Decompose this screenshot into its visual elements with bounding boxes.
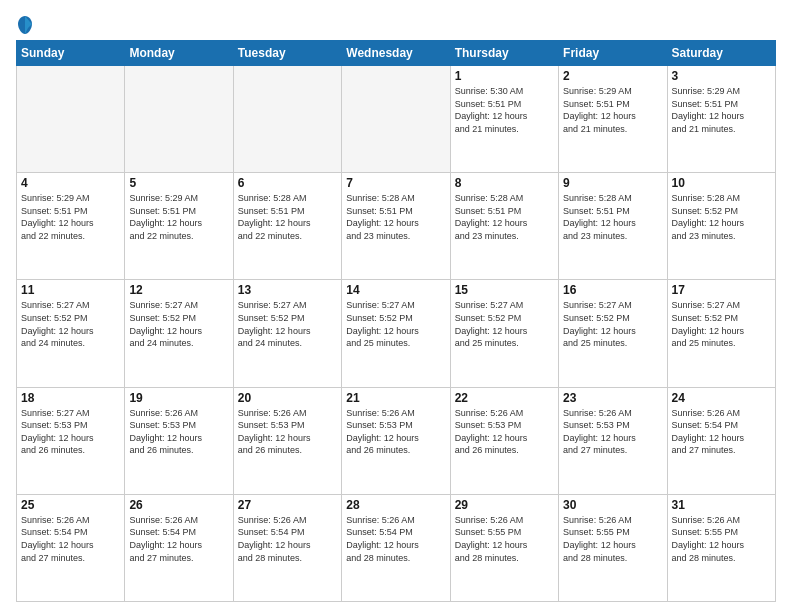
day-info: Sunrise: 5:26 AM Sunset: 5:54 PM Dayligh… [238, 514, 337, 564]
day-info: Sunrise: 5:29 AM Sunset: 5:51 PM Dayligh… [672, 85, 771, 135]
calendar-cell: 26Sunrise: 5:26 AM Sunset: 5:54 PM Dayli… [125, 494, 233, 601]
day-info: Sunrise: 5:28 AM Sunset: 5:52 PM Dayligh… [672, 192, 771, 242]
calendar-cell: 3Sunrise: 5:29 AM Sunset: 5:51 PM Daylig… [667, 66, 775, 173]
day-info: Sunrise: 5:26 AM Sunset: 5:53 PM Dayligh… [455, 407, 554, 457]
day-number: 12 [129, 283, 228, 297]
day-info: Sunrise: 5:26 AM Sunset: 5:53 PM Dayligh… [129, 407, 228, 457]
day-number: 23 [563, 391, 662, 405]
day-number: 29 [455, 498, 554, 512]
weekday-header: Sunday [17, 41, 125, 66]
day-info: Sunrise: 5:26 AM Sunset: 5:54 PM Dayligh… [21, 514, 120, 564]
calendar-cell: 15Sunrise: 5:27 AM Sunset: 5:52 PM Dayli… [450, 280, 558, 387]
day-info: Sunrise: 5:27 AM Sunset: 5:52 PM Dayligh… [346, 299, 445, 349]
calendar-cell: 14Sunrise: 5:27 AM Sunset: 5:52 PM Dayli… [342, 280, 450, 387]
calendar-cell: 29Sunrise: 5:26 AM Sunset: 5:55 PM Dayli… [450, 494, 558, 601]
calendar-cell: 16Sunrise: 5:27 AM Sunset: 5:52 PM Dayli… [559, 280, 667, 387]
weekday-header: Wednesday [342, 41, 450, 66]
day-info: Sunrise: 5:26 AM Sunset: 5:54 PM Dayligh… [129, 514, 228, 564]
day-number: 13 [238, 283, 337, 297]
day-number: 9 [563, 176, 662, 190]
calendar-week-row: 25Sunrise: 5:26 AM Sunset: 5:54 PM Dayli… [17, 494, 776, 601]
day-number: 30 [563, 498, 662, 512]
day-number: 14 [346, 283, 445, 297]
day-info: Sunrise: 5:27 AM Sunset: 5:52 PM Dayligh… [238, 299, 337, 349]
day-number: 25 [21, 498, 120, 512]
weekday-header: Saturday [667, 41, 775, 66]
page: SundayMondayTuesdayWednesdayThursdayFrid… [0, 0, 792, 612]
day-number: 15 [455, 283, 554, 297]
calendar-cell: 17Sunrise: 5:27 AM Sunset: 5:52 PM Dayli… [667, 280, 775, 387]
calendar-cell: 21Sunrise: 5:26 AM Sunset: 5:53 PM Dayli… [342, 387, 450, 494]
header [16, 10, 776, 36]
day-number: 17 [672, 283, 771, 297]
day-info: Sunrise: 5:28 AM Sunset: 5:51 PM Dayligh… [455, 192, 554, 242]
day-info: Sunrise: 5:27 AM Sunset: 5:52 PM Dayligh… [672, 299, 771, 349]
calendar-week-row: 4Sunrise: 5:29 AM Sunset: 5:51 PM Daylig… [17, 173, 776, 280]
day-number: 5 [129, 176, 228, 190]
day-info: Sunrise: 5:28 AM Sunset: 5:51 PM Dayligh… [563, 192, 662, 242]
day-number: 1 [455, 69, 554, 83]
day-number: 24 [672, 391, 771, 405]
day-number: 3 [672, 69, 771, 83]
calendar-cell [125, 66, 233, 173]
calendar-header-row: SundayMondayTuesdayWednesdayThursdayFrid… [17, 41, 776, 66]
calendar-cell: 18Sunrise: 5:27 AM Sunset: 5:53 PM Dayli… [17, 387, 125, 494]
day-number: 8 [455, 176, 554, 190]
calendar-cell: 22Sunrise: 5:26 AM Sunset: 5:53 PM Dayli… [450, 387, 558, 494]
day-info: Sunrise: 5:28 AM Sunset: 5:51 PM Dayligh… [238, 192, 337, 242]
calendar-week-row: 11Sunrise: 5:27 AM Sunset: 5:52 PM Dayli… [17, 280, 776, 387]
day-number: 4 [21, 176, 120, 190]
day-info: Sunrise: 5:26 AM Sunset: 5:55 PM Dayligh… [672, 514, 771, 564]
day-number: 21 [346, 391, 445, 405]
weekday-header: Tuesday [233, 41, 341, 66]
day-number: 2 [563, 69, 662, 83]
calendar-cell: 1Sunrise: 5:30 AM Sunset: 5:51 PM Daylig… [450, 66, 558, 173]
day-number: 31 [672, 498, 771, 512]
calendar-cell: 19Sunrise: 5:26 AM Sunset: 5:53 PM Dayli… [125, 387, 233, 494]
day-info: Sunrise: 5:29 AM Sunset: 5:51 PM Dayligh… [563, 85, 662, 135]
weekday-header: Monday [125, 41, 233, 66]
day-info: Sunrise: 5:27 AM Sunset: 5:52 PM Dayligh… [563, 299, 662, 349]
calendar-week-row: 1Sunrise: 5:30 AM Sunset: 5:51 PM Daylig… [17, 66, 776, 173]
logo-icon [16, 14, 34, 36]
calendar-cell: 13Sunrise: 5:27 AM Sunset: 5:52 PM Dayli… [233, 280, 341, 387]
day-info: Sunrise: 5:26 AM Sunset: 5:54 PM Dayligh… [672, 407, 771, 457]
day-info: Sunrise: 5:26 AM Sunset: 5:55 PM Dayligh… [563, 514, 662, 564]
weekday-header: Friday [559, 41, 667, 66]
day-number: 6 [238, 176, 337, 190]
day-info: Sunrise: 5:27 AM Sunset: 5:52 PM Dayligh… [21, 299, 120, 349]
calendar-table: SundayMondayTuesdayWednesdayThursdayFrid… [16, 40, 776, 602]
day-info: Sunrise: 5:26 AM Sunset: 5:55 PM Dayligh… [455, 514, 554, 564]
calendar-cell [233, 66, 341, 173]
calendar-cell: 12Sunrise: 5:27 AM Sunset: 5:52 PM Dayli… [125, 280, 233, 387]
calendar-week-row: 18Sunrise: 5:27 AM Sunset: 5:53 PM Dayli… [17, 387, 776, 494]
day-info: Sunrise: 5:28 AM Sunset: 5:51 PM Dayligh… [346, 192, 445, 242]
day-number: 18 [21, 391, 120, 405]
day-number: 20 [238, 391, 337, 405]
calendar-cell: 28Sunrise: 5:26 AM Sunset: 5:54 PM Dayli… [342, 494, 450, 601]
day-number: 11 [21, 283, 120, 297]
calendar-cell: 25Sunrise: 5:26 AM Sunset: 5:54 PM Dayli… [17, 494, 125, 601]
day-number: 27 [238, 498, 337, 512]
calendar-cell: 24Sunrise: 5:26 AM Sunset: 5:54 PM Dayli… [667, 387, 775, 494]
calendar-cell: 11Sunrise: 5:27 AM Sunset: 5:52 PM Dayli… [17, 280, 125, 387]
calendar-cell: 8Sunrise: 5:28 AM Sunset: 5:51 PM Daylig… [450, 173, 558, 280]
calendar-cell: 2Sunrise: 5:29 AM Sunset: 5:51 PM Daylig… [559, 66, 667, 173]
calendar-cell [342, 66, 450, 173]
day-info: Sunrise: 5:27 AM Sunset: 5:52 PM Dayligh… [129, 299, 228, 349]
weekday-header: Thursday [450, 41, 558, 66]
calendar-cell: 4Sunrise: 5:29 AM Sunset: 5:51 PM Daylig… [17, 173, 125, 280]
logo [16, 14, 38, 36]
day-number: 16 [563, 283, 662, 297]
calendar-cell: 20Sunrise: 5:26 AM Sunset: 5:53 PM Dayli… [233, 387, 341, 494]
day-number: 19 [129, 391, 228, 405]
day-number: 10 [672, 176, 771, 190]
day-info: Sunrise: 5:30 AM Sunset: 5:51 PM Dayligh… [455, 85, 554, 135]
day-number: 7 [346, 176, 445, 190]
calendar-cell: 27Sunrise: 5:26 AM Sunset: 5:54 PM Dayli… [233, 494, 341, 601]
calendar-cell: 5Sunrise: 5:29 AM Sunset: 5:51 PM Daylig… [125, 173, 233, 280]
day-info: Sunrise: 5:26 AM Sunset: 5:53 PM Dayligh… [238, 407, 337, 457]
day-info: Sunrise: 5:26 AM Sunset: 5:53 PM Dayligh… [346, 407, 445, 457]
day-number: 28 [346, 498, 445, 512]
day-info: Sunrise: 5:26 AM Sunset: 5:54 PM Dayligh… [346, 514, 445, 564]
